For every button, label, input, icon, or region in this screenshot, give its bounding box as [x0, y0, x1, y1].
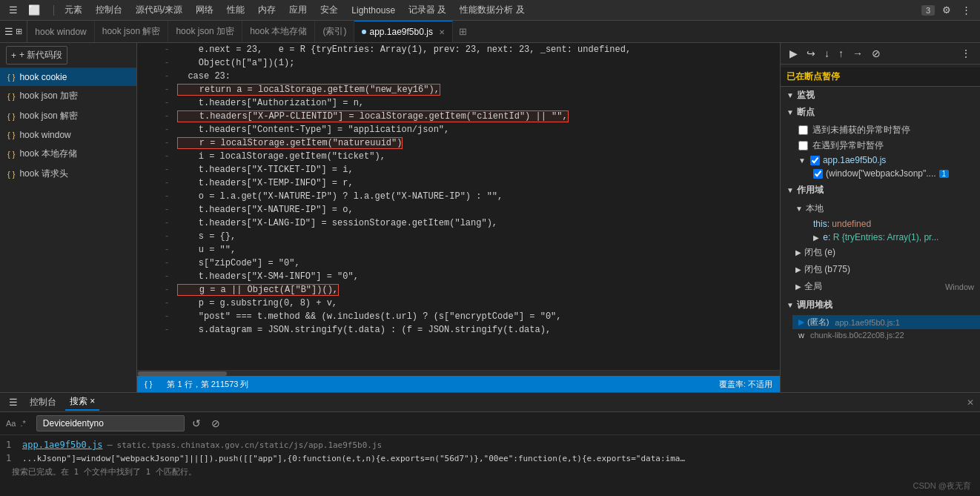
sidebar-item-hook-cookie[interactable]: { } hook cookie	[0, 68, 136, 86]
breakpoint-sub-item[interactable]: (window["webpackJsonp".... 1	[792, 167, 980, 180]
result-url: static.tpass.chinatax.gov.cn/static/js/a…	[117, 440, 383, 450]
code-line: - i = localStorage.getItem("ticket"),	[137, 150, 780, 163]
breakpoint-file[interactable]: ▼ app.1ae9f5b0.js	[792, 153, 980, 167]
snippet-icon-1: { }	[7, 92, 15, 101]
menu-application[interactable]: 应用	[283, 2, 313, 18]
breakpoint-exception-checkbox[interactable]	[798, 141, 808, 151]
line-content: return a = localStorage.getItem("new_key…	[174, 83, 780, 96]
horizontal-scrollbar[interactable]	[137, 370, 780, 376]
tab-hook-json-encode[interactable]: hook json 加密	[168, 21, 242, 42]
section-scope[interactable]: ▼ 作用域	[781, 182, 980, 199]
scope-e-arrow[interactable]: ▶	[813, 234, 819, 242]
tab-app-js[interactable]: app.1ae9f5b0.js ✕	[354, 21, 452, 42]
section-breakpoints[interactable]: ▼ 断点	[781, 104, 980, 121]
local-scope-header[interactable]: ▼ 本地	[792, 200, 980, 217]
tab-dot	[362, 30, 366, 34]
callstack-item-0[interactable]: ▶ (匿名) app.1ae9f5b0.js:1	[792, 315, 980, 329]
sidebar-item-hook-localstorage[interactable]: { } hook 本地存储	[0, 144, 136, 164]
section-callstack[interactable]: ▼ 调用堆栈	[781, 297, 980, 314]
line-content: t.headers["X-TEMP-INFO"] = r,	[174, 176, 780, 190]
menu-perf-analysis[interactable]: 性能数据分析 及	[454, 2, 530, 18]
step-out-icon[interactable]: ↑	[835, 46, 847, 61]
search-input[interactable]	[36, 415, 185, 431]
tab-hook-localstorage[interactable]: hook 本地存储	[242, 21, 315, 42]
tab-console[interactable]: 控制台	[25, 394, 61, 410]
callstack-item-1[interactable]: w chunk-libs.b0c22c08.js:22	[792, 329, 980, 341]
tab-index[interactable]: (索引)	[315, 21, 354, 42]
menu-recorder[interactable]: 记录器 及	[403, 2, 452, 18]
new-snippet-button[interactable]: + + 新代码段	[6, 46, 67, 65]
closure-e-header[interactable]: ▶ 闭包 (e)	[792, 244, 980, 261]
tab-search[interactable]: 搜索 ×	[65, 394, 99, 411]
menu-network[interactable]: 网络	[190, 2, 219, 18]
line-dash: -	[159, 123, 174, 136]
bottom-close-icon[interactable]: ✕	[967, 397, 974, 408]
global-triangle: ▶	[795, 282, 801, 291]
step-into-icon[interactable]: ↓	[821, 46, 832, 61]
devtools-icon1[interactable]: ☰	[6, 3, 21, 17]
breakpoints-triangle: ▼	[787, 108, 794, 116]
tab-hook-json-decode[interactable]: hook json 解密	[95, 21, 169, 42]
menu-elements[interactable]: 元素	[59, 2, 88, 18]
deactivate-breakpoints-icon[interactable]: ⊘	[869, 46, 884, 61]
code-line: - t.headers["X-LANG-ID"] = sessionStorag…	[137, 216, 780, 230]
scope-e-row: ▶ e: R {tryEntries: Array(1), pr...	[807, 231, 980, 244]
step-over-icon[interactable]: ↪	[804, 46, 818, 61]
tab-hook-window[interactable]: hook window	[27, 21, 94, 42]
devtools-icon2[interactable]: ⬜	[25, 3, 43, 17]
line-dash: -	[159, 216, 174, 230]
line-content: Object(h["a"])(1);	[174, 56, 780, 70]
menu-memory[interactable]: 内存	[252, 2, 282, 18]
code-line: - t.headers["X-NATURE-IP"] = o,	[137, 203, 780, 216]
section-monitor[interactable]: ▼ 监视	[781, 87, 980, 104]
menu-lighthouse[interactable]: Lighthouse	[345, 4, 401, 17]
breakpoint-filename: app.1ae9f5b0.js	[823, 155, 886, 165]
monitor-triangle: ▼	[787, 91, 794, 99]
breakpoint-uncaught[interactable]: 遇到未捕获的异常时暂停	[792, 122, 980, 138]
sidebar-item-hook-json-decode[interactable]: { } hook json 解密	[0, 106, 136, 126]
result-filename[interactable]: app.1ae9f5b0.js	[22, 440, 102, 450]
editor-content[interactable]: - e.next = 23, e = R {tryEntries: Array(…	[137, 43, 780, 370]
closure-e-triangle: ▶	[795, 248, 801, 257]
line-content: p = g.substring(0, 8) + v,	[174, 297, 780, 310]
refresh-search-icon[interactable]: ↺	[189, 416, 204, 431]
case-sensitive-label: Aa	[6, 419, 16, 428]
tab-menu-icon[interactable]: ☰	[4, 26, 13, 37]
step-icon[interactable]: →	[850, 46, 866, 61]
badge-button[interactable]: 3	[921, 5, 935, 16]
breakpoint-sub-label: (window["webpackJsonp"....	[826, 168, 936, 179]
more-icon[interactable]: ⋮	[959, 3, 974, 17]
breakpoint-uncaught-label: 遇到未捕获的异常时暂停	[812, 124, 910, 136]
callstack-content: ▶ (匿名) app.1ae9f5b0.js:1 w chunk-libs.b0…	[781, 314, 980, 343]
code-line: - s["zipCode"] = "0",	[137, 257, 780, 270]
settings-icon[interactable]: ⚙	[939, 3, 954, 17]
sidebar-item-hook-window[interactable]: { } hook window	[0, 126, 136, 144]
breakpoint-file-checkbox[interactable]	[810, 156, 820, 165]
breakpoint-exception[interactable]: 在遇到异常时暂停	[792, 138, 980, 153]
breakpoint-sub-checkbox[interactable]	[813, 169, 823, 179]
snippet-icon-5: { }	[7, 170, 15, 179]
closure-b775-header[interactable]: ▶ 闭包 (b775)	[792, 261, 980, 278]
tab-page-icon[interactable]: ⊞	[16, 27, 22, 36]
global-scope-header[interactable]: ▶ 全局 Window	[792, 278, 980, 295]
closure-b775-triangle: ▶	[795, 265, 801, 274]
sidebar-item-hook-json-encode[interactable]: { } hook json 加密	[0, 86, 136, 106]
tab-panel-toggle: ⊞	[456, 21, 470, 42]
breakpoint-uncaught-checkbox[interactable]	[798, 125, 808, 135]
panel-expand-icon[interactable]: ⊞	[456, 23, 470, 40]
resume-icon[interactable]: ▶	[787, 46, 801, 61]
tab-close-icon[interactable]: ✕	[439, 28, 445, 36]
tab-app-js-label: app.1ae9f5b0.js	[369, 27, 432, 37]
sidebar-item-hook-request-header[interactable]: { } hook 请求头	[0, 164, 136, 184]
menu-console[interactable]: 控制台	[90, 2, 128, 18]
line-dash: -	[159, 110, 174, 123]
clear-search-icon[interactable]: ⊘	[208, 416, 223, 431]
more-options-icon[interactable]: ⋮	[958, 46, 974, 61]
menu-sources[interactable]: 源代码/来源	[130, 2, 188, 18]
menu-performance[interactable]: 性能	[221, 2, 251, 18]
code-preview: ...kJsonp"]=window["webpackJsonp"]||[]).…	[22, 454, 689, 463]
bottom-menu-icon[interactable]: ☰	[6, 395, 21, 409]
menu-security[interactable]: 安全	[314, 2, 344, 18]
line-dash: -	[159, 310, 174, 323]
closure-e-label: 闭包 (e)	[804, 246, 835, 259]
